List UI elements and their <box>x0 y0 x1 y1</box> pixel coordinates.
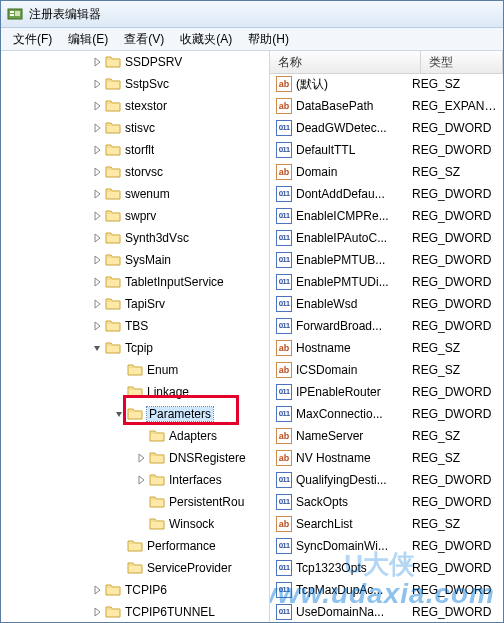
tree-item[interactable]: ServiceProvider <box>1 557 269 579</box>
value-row[interactable]: 011DefaultTTLREG_DWORD <box>270 139 503 161</box>
string-value-icon: ab <box>276 516 292 532</box>
tree-item[interactable]: TCPIP6 <box>1 579 269 601</box>
tree-item[interactable]: storflt <box>1 139 269 161</box>
value-row[interactable]: 011EnablePMTUDi...REG_DWORD <box>270 271 503 293</box>
value-row[interactable]: 011EnableIPAutoC...REG_DWORD <box>270 227 503 249</box>
list-pane[interactable]: 名称 类型 ab(默认)REG_SZabDataBasePathREG_EXPA… <box>270 51 503 622</box>
twisty-closed-icon[interactable] <box>89 145 105 155</box>
tree-item[interactable]: SSDPSRV <box>1 51 269 73</box>
value-row[interactable]: abNameServerREG_SZ <box>270 425 503 447</box>
value-type: REG_DWORD <box>412 319 503 333</box>
tree-item[interactable]: PersistentRou <box>1 491 269 513</box>
twisty-closed-icon[interactable] <box>89 585 105 595</box>
twisty-closed-icon[interactable] <box>89 101 105 111</box>
tree-item[interactable]: Tcpip <box>1 337 269 359</box>
folder-icon <box>105 142 121 158</box>
tree-item[interactable]: SstpSvc <box>1 73 269 95</box>
menu-view[interactable]: 查看(V) <box>116 29 172 50</box>
tree-item[interactable]: Winsock <box>1 513 269 535</box>
folder-icon <box>127 362 143 378</box>
col-type[interactable]: 类型 <box>421 51 503 73</box>
tree-item-label: TCPIP6TUNNEL <box>125 605 215 619</box>
value-row[interactable]: abDataBasePathREG_EXPAND_S <box>270 95 503 117</box>
value-row[interactable]: 011EnableWsdREG_DWORD <box>270 293 503 315</box>
twisty-closed-icon[interactable] <box>89 189 105 199</box>
tree-item[interactable]: swprv <box>1 205 269 227</box>
twisty-closed-icon[interactable] <box>89 57 105 67</box>
value-name: SyncDomainWi... <box>296 539 412 553</box>
tree-item[interactable]: stexstor <box>1 95 269 117</box>
twisty-open-icon[interactable] <box>111 409 127 419</box>
value-row[interactable]: 011Tcp1323OptsREG_DWORD <box>270 557 503 579</box>
tree-item[interactable]: TabletInputService <box>1 271 269 293</box>
twisty-closed-icon[interactable] <box>89 79 105 89</box>
twisty-closed-icon[interactable] <box>89 321 105 331</box>
value-row[interactable]: 011EnableICMPRe...REG_DWORD <box>270 205 503 227</box>
value-row[interactable]: abICSDomainREG_SZ <box>270 359 503 381</box>
tree-item-label: storflt <box>125 143 154 157</box>
value-row[interactable]: 011TcpMaxDupAc...REG_DWORD <box>270 579 503 601</box>
tree-item[interactable]: Performance <box>1 535 269 557</box>
twisty-closed-icon[interactable] <box>89 607 105 617</box>
value-name: MaxConnectio... <box>296 407 412 421</box>
tree-item[interactable]: swenum <box>1 183 269 205</box>
value-row[interactable]: 011DeadGWDetec...REG_DWORD <box>270 117 503 139</box>
value-row[interactable]: 011SyncDomainWi...REG_DWORD <box>270 535 503 557</box>
value-row[interactable]: 011SackOptsREG_DWORD <box>270 491 503 513</box>
menu-favorites[interactable]: 收藏夹(A) <box>172 29 240 50</box>
menu-edit[interactable]: 编辑(E) <box>60 29 116 50</box>
tree-item[interactable]: storvsc <box>1 161 269 183</box>
value-row[interactable]: abHostnameREG_SZ <box>270 337 503 359</box>
value-row[interactable]: abSearchListREG_SZ <box>270 513 503 535</box>
twisty-closed-icon[interactable] <box>89 299 105 309</box>
value-row[interactable]: 011EnablePMTUB...REG_DWORD <box>270 249 503 271</box>
tree-item[interactable]: Linkage <box>1 381 269 403</box>
string-value-icon: ab <box>276 164 292 180</box>
dword-value-icon: 011 <box>276 582 292 598</box>
tree-item[interactable]: SysMain <box>1 249 269 271</box>
list-header[interactable]: 名称 类型 <box>270 51 503 74</box>
value-type: REG_DWORD <box>412 143 503 157</box>
value-type: REG_DWORD <box>412 605 503 619</box>
value-type: REG_SZ <box>412 363 503 377</box>
tree-item[interactable]: stisvc <box>1 117 269 139</box>
value-row[interactable]: 011ForwardBroad...REG_DWORD <box>270 315 503 337</box>
tree-item[interactable]: Enum <box>1 359 269 381</box>
dword-value-icon: 011 <box>276 208 292 224</box>
value-name: Hostname <box>296 341 412 355</box>
tree-item[interactable]: Synth3dVsc <box>1 227 269 249</box>
titlebar[interactable]: 注册表编辑器 <box>1 1 503 28</box>
tree-item[interactable]: DNSRegistere <box>1 447 269 469</box>
value-name: QualifyingDesti... <box>296 473 412 487</box>
value-name: NameServer <box>296 429 412 443</box>
tree-item[interactable]: TBS <box>1 315 269 337</box>
twisty-open-icon[interactable] <box>89 343 105 353</box>
tree-item[interactable]: TapiSrv <box>1 293 269 315</box>
value-row[interactable]: 011QualifyingDesti...REG_DWORD <box>270 469 503 491</box>
tree-item[interactable]: TCPIP6TUNNEL <box>1 601 269 622</box>
value-row[interactable]: 011IPEnableRouterREG_DWORD <box>270 381 503 403</box>
twisty-closed-icon[interactable] <box>89 123 105 133</box>
value-row[interactable]: 011DontAddDefau...REG_DWORD <box>270 183 503 205</box>
twisty-closed-icon[interactable] <box>89 277 105 287</box>
tree-item[interactable]: Parameters <box>1 403 269 425</box>
tree-pane[interactable]: SSDPSRVSstpSvcstexstorstisvcstorfltstorv… <box>1 51 270 622</box>
value-row[interactable]: 011MaxConnectio...REG_DWORD <box>270 403 503 425</box>
twisty-closed-icon[interactable] <box>89 167 105 177</box>
menu-file[interactable]: 文件(F) <box>5 29 60 50</box>
twisty-closed-icon[interactable] <box>133 453 149 463</box>
twisty-closed-icon[interactable] <box>89 211 105 221</box>
tree-item-label: TCPIP6 <box>125 583 167 597</box>
value-row[interactable]: ab(默认)REG_SZ <box>270 73 503 95</box>
value-row[interactable]: abDomainREG_SZ <box>270 161 503 183</box>
twisty-closed-icon[interactable] <box>89 255 105 265</box>
tree-item[interactable]: Interfaces <box>1 469 269 491</box>
tree-item[interactable]: Adapters <box>1 425 269 447</box>
value-row[interactable]: 011UseDomainNa...REG_DWORD <box>270 601 503 622</box>
twisty-closed-icon[interactable] <box>133 475 149 485</box>
col-name[interactable]: 名称 <box>270 51 421 73</box>
menu-help[interactable]: 帮助(H) <box>240 29 297 50</box>
value-type: REG_EXPAND_S <box>412 99 503 113</box>
twisty-closed-icon[interactable] <box>89 233 105 243</box>
value-row[interactable]: abNV HostnameREG_SZ <box>270 447 503 469</box>
